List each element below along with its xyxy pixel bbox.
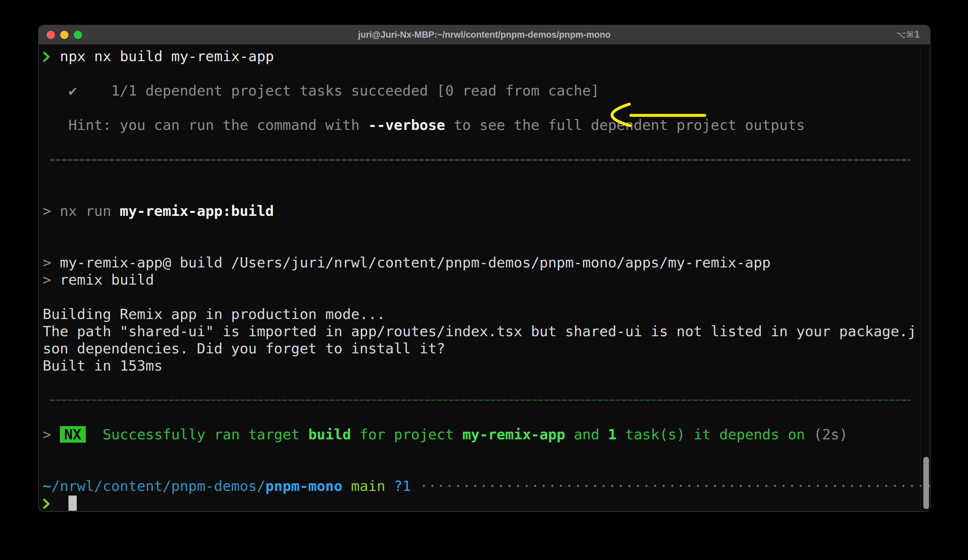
build-output-line: Building Remix app in production mode... [43, 306, 927, 323]
success-line: > NX Successfully ran target build for p… [43, 426, 927, 443]
blank-line [43, 220, 927, 237]
command-line: npx nx build my-remix-app [43, 48, 927, 65]
terminal-content[interactable]: npx nx build my-remix-app ✔ 1/1 dependen… [39, 45, 930, 512]
prompt-input-line[interactable] [43, 494, 927, 512]
terminal-window: juri@Juri-Nx-MBP:~/nrwl/content/pnpm-dem… [38, 25, 931, 512]
spacer [411, 478, 419, 494]
hint-flag: --verbose [368, 117, 445, 133]
scrollbar-thumb[interactable] [923, 457, 929, 509]
blank-line [43, 65, 927, 82]
blank-line [43, 288, 927, 306]
prompt-path: /nrwl/content/pnpm-demos/ [51, 478, 265, 494]
hint-pre: Hint: you can run the command with [43, 117, 368, 133]
blank-line [43, 168, 927, 185]
prompt-chevron-icon [43, 494, 60, 512]
success-target: build [308, 426, 351, 443]
prompt-chevron-icon [43, 48, 60, 65]
gray-dashed-separator [50, 159, 910, 161]
separator-line [43, 151, 927, 168]
success-task-count: 1 [608, 426, 617, 443]
blank-line [43, 409, 927, 426]
build-output-line: son dependencies. Did you forget to inst… [43, 340, 927, 357]
remix-pre: > [43, 271, 60, 288]
prompt-home: ~ [43, 478, 51, 494]
build-output-line: The path "shared-ui" is imported in app/… [43, 323, 927, 340]
nx-run-pre: > nx run [43, 203, 120, 219]
scrollbar-track[interactable] [920, 46, 929, 510]
pkg-pre: > [43, 254, 60, 271]
nx-badge: NX [60, 426, 86, 443]
blank-line [43, 443, 927, 460]
tab-shortcut-label: ⌥⌘1 [896, 25, 920, 44]
nx-run-target: my-remix-app:build [120, 203, 274, 219]
git-branch: main [351, 478, 385, 494]
blank-line [43, 185, 927, 202]
success-pre: > [43, 426, 60, 443]
blank-line [43, 460, 927, 477]
command-text: npx nx build my-remix-app [60, 48, 274, 64]
git-status: ?1 [394, 478, 411, 494]
pkg-text: my-remix-app@ build /Users/juri/nrwl/con… [60, 254, 771, 271]
spacer [342, 478, 351, 494]
success-text: task(s) it depends on [617, 426, 814, 443]
green-dashed-separator [50, 400, 910, 401]
blank-line [43, 99, 927, 116]
remix-text: remix build [60, 271, 154, 288]
success-text: Successfully ran target [103, 426, 308, 443]
success-text: for project [351, 426, 462, 443]
terminal-cursor [68, 496, 77, 511]
prompt-path-line: ~/nrwl/content/pnpm-demos/pnpm-mono main… [43, 477, 927, 494]
nx-run-line: > nx run my-remix-app:build [43, 202, 927, 220]
prompt-dotted-fill: ········································… [419, 478, 931, 494]
success-duration: (2s) [814, 426, 848, 443]
blank-line [43, 237, 927, 254]
prompt-repo: pnpm-mono [265, 478, 342, 494]
spacer [385, 478, 394, 494]
titlebar[interactable]: juri@Juri-Nx-MBP:~/nrwl/content/pnpm-dem… [39, 25, 930, 45]
separator-line [43, 392, 927, 409]
success-gap [86, 426, 103, 443]
hint-post: to see the full dependent project output… [445, 117, 805, 133]
window-title: juri@Juri-Nx-MBP:~/nrwl/content/pnpm-dem… [39, 25, 930, 44]
success-text: and [565, 426, 608, 443]
blank-line [43, 134, 927, 151]
task-success-line: ✔ 1/1 dependent project tasks succeeded … [43, 82, 927, 99]
blank-line [43, 374, 927, 392]
success-project: my-remix-app [462, 426, 565, 443]
build-output-line: Built in 153ms [43, 357, 927, 374]
remix-build-line: > remix build [43, 271, 927, 288]
hint-line: Hint: you can run the command with --ver… [43, 116, 927, 134]
package-script-line: > my-remix-app@ build /Users/juri/nrwl/c… [43, 254, 927, 271]
